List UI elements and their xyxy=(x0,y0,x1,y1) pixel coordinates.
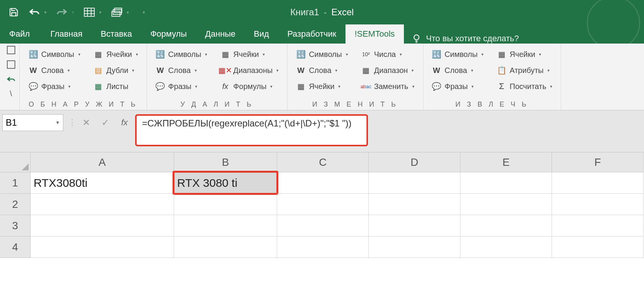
change-cells[interactable]: ▦Ячейки▾ xyxy=(294,79,350,93)
row-header-2[interactable]: 2 xyxy=(0,194,31,215)
extract-cells[interactable]: ▦Ячейки▾ xyxy=(494,47,555,61)
tab-insert[interactable]: Вставка xyxy=(92,24,141,44)
name-box[interactable]: B1 ▼ xyxy=(2,114,63,131)
dropdown-icon[interactable]: ▼ xyxy=(126,10,130,15)
cell-a4[interactable] xyxy=(31,236,174,258)
qat-custom-1[interactable] xyxy=(83,6,95,18)
cell-d1[interactable] xyxy=(369,172,460,194)
svg-rect-0 xyxy=(84,8,94,16)
tab-developer[interactable]: Разработчик xyxy=(278,24,345,44)
row-header-3[interactable]: 3 xyxy=(0,215,31,236)
delete-phrases[interactable]: 💬Фразы▾ xyxy=(153,79,210,93)
delete-cells[interactable]: ▦Ячейки▾ xyxy=(218,47,281,61)
cell-c1[interactable] xyxy=(277,172,369,194)
discover-words[interactable]: WСлова▾ xyxy=(26,63,83,77)
formula-buttons: ⋮ ✕ ✓ fx xyxy=(66,110,135,135)
cell-c3[interactable] xyxy=(277,215,369,236)
discover-sheets[interactable]: ▦Листы xyxy=(91,79,140,93)
cancel-formula-button[interactable]: ✕ xyxy=(78,115,95,130)
change-range[interactable]: ▦Диапазон▾ xyxy=(359,63,417,77)
tab-home[interactable]: Главная xyxy=(41,24,92,44)
col-header-e[interactable]: E xyxy=(460,152,552,172)
discover-dupes[interactable]: ▤Дубли▾ xyxy=(91,63,140,77)
extract-attributes[interactable]: 📋Атрибуты▾ xyxy=(494,63,555,77)
row-header-1[interactable]: 1 xyxy=(0,172,31,194)
phrase-icon: 💬 xyxy=(432,81,442,91)
qat-customize-icon[interactable]: ▼ xyxy=(142,10,146,15)
fx-icon: fx xyxy=(220,81,230,91)
cell-d4[interactable] xyxy=(369,236,460,258)
col-header-b[interactable]: B xyxy=(174,152,277,172)
checkbox-1[interactable] xyxy=(7,46,15,54)
delete-words[interactable]: WСлова▾ xyxy=(153,63,210,77)
cell-f4[interactable] xyxy=(552,236,644,258)
insert-function-button[interactable]: fx xyxy=(116,115,133,130)
change-replace[interactable]: abacЗаменить▾ xyxy=(359,79,417,93)
col-header-a[interactable]: A xyxy=(31,152,174,172)
delete-formulas[interactable]: fxФормулы▾ xyxy=(218,79,281,93)
grip-icon[interactable]: ⋮ xyxy=(68,118,76,128)
discover-cells[interactable]: ▦Ячейки▾ xyxy=(91,47,140,61)
change-words[interactable]: WСлова▾ xyxy=(294,63,350,77)
tab-formulas[interactable]: Формулы xyxy=(141,24,196,44)
extract-count[interactable]: ΣПосчитать▾ xyxy=(494,79,555,93)
select-all-corner[interactable] xyxy=(0,152,31,172)
cell-f3[interactable] xyxy=(552,215,644,236)
group-extract-label: И З В Л Е Ч Ь xyxy=(429,98,555,110)
cell-e2[interactable] xyxy=(460,194,552,215)
delete-symbols[interactable]: 🔣Символы▾ xyxy=(153,47,210,61)
sheets-icon: ▦ xyxy=(94,81,103,91)
cell-f1[interactable] xyxy=(552,172,644,194)
tab-view[interactable]: Вид xyxy=(245,24,278,44)
dropdown-icon[interactable]: ▼ xyxy=(44,10,47,15)
redo-button[interactable] xyxy=(56,6,68,18)
cell-d2[interactable] xyxy=(369,194,460,215)
cell-b2[interactable] xyxy=(174,194,277,215)
discover-symbols[interactable]: 🔣Символы▾ xyxy=(26,47,83,61)
cell-f2[interactable] xyxy=(552,194,644,215)
cell-b1[interactable]: RTX 3080 ti xyxy=(174,172,277,194)
tab-file[interactable]: Файл xyxy=(0,24,39,44)
cell-d3[interactable] xyxy=(369,215,460,236)
cell-e3[interactable] xyxy=(460,215,552,236)
cell-a1[interactable]: RTX3080ti xyxy=(31,172,174,194)
lightbulb-icon xyxy=(412,34,421,44)
change-numbers[interactable]: 10²Числа▾ xyxy=(359,47,417,61)
attributes-icon: 📋 xyxy=(497,65,507,75)
app-name: Excel xyxy=(331,7,354,18)
extract-words[interactable]: WСлова▾ xyxy=(429,63,486,77)
checkbox-2[interactable] xyxy=(7,60,15,69)
col-header-d[interactable]: D xyxy=(369,152,460,172)
extract-symbols[interactable]: 🔣Символы▾ xyxy=(429,47,486,61)
change-symbols[interactable]: 🔣Символы▾ xyxy=(294,47,350,61)
undo-small-icon[interactable] xyxy=(6,76,16,83)
dropdown-icon[interactable]: ▼ xyxy=(55,120,60,125)
cell-c2[interactable] xyxy=(277,194,369,215)
accept-formula-button[interactable]: ✓ xyxy=(97,115,114,130)
formula-input[interactable]: =СЖПРОБЕЛЫ(regexreplace(A1;"(\d+|\D+)";"… xyxy=(135,114,368,146)
row-header-4[interactable]: 4 xyxy=(0,236,31,258)
cell-c4[interactable] xyxy=(277,236,369,258)
cell-a2[interactable] xyxy=(31,194,174,215)
tab-semtools[interactable]: !SEMTools xyxy=(345,24,404,44)
discover-phrases[interactable]: 💬Фразы▾ xyxy=(26,79,83,93)
cell-b4[interactable] xyxy=(174,236,277,258)
cell-e4[interactable] xyxy=(460,236,552,258)
fx-icon: fx xyxy=(121,118,128,128)
save-button[interactable] xyxy=(8,6,20,18)
cell-e1[interactable] xyxy=(460,172,552,194)
tab-data[interactable]: Данные xyxy=(196,24,244,44)
undo-button[interactable] xyxy=(28,6,40,18)
cell-b3[interactable] xyxy=(174,215,277,236)
tell-me[interactable]: Что вы хотите сделать? xyxy=(404,34,526,44)
delete-ranges[interactable]: ▦✕Диапазоны▾ xyxy=(218,63,281,77)
extract-phrases[interactable]: 💬Фразы▾ xyxy=(429,79,486,93)
cell-a3[interactable] xyxy=(31,215,174,236)
symbols-icon: 🔣 xyxy=(432,49,442,59)
dropdown-icon[interactable]: ▼ xyxy=(98,10,102,15)
qat-custom-2[interactable] xyxy=(111,6,123,18)
dropdown-icon[interactable]: ▼ xyxy=(71,10,75,15)
col-header-c[interactable]: C xyxy=(277,152,369,172)
col-header-f[interactable]: F xyxy=(552,152,644,172)
symbols-icon: 🔣 xyxy=(28,49,38,59)
